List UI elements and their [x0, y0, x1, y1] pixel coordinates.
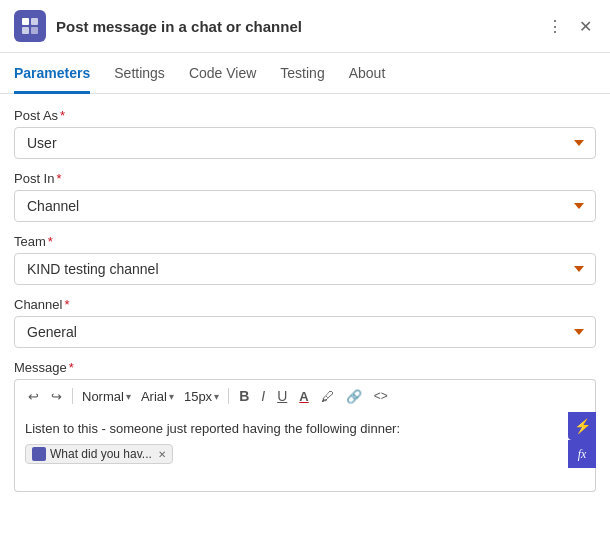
svg-rect-2 — [22, 27, 29, 34]
channel-label: Channel* — [14, 297, 596, 312]
undo-button[interactable]: ↩ — [23, 386, 44, 407]
editor-wrapper: Listen to this - someone just reported h… — [14, 412, 596, 492]
page-title: Post message in a chat or channel — [56, 18, 543, 35]
bold-button[interactable]: B — [234, 385, 254, 407]
chip-close-button[interactable]: ✕ — [158, 449, 166, 460]
side-buttons: ⚡ fx — [568, 412, 596, 468]
app-icon — [14, 10, 46, 42]
post-as-field: Post As* User Bot — [14, 108, 596, 159]
tab-codeview[interactable]: Code View — [189, 53, 256, 94]
italic-button[interactable]: I — [256, 385, 270, 407]
title-bar: Post message in a chat or channel ⋮ ✕ — [0, 0, 610, 53]
message-editor[interactable]: Listen to this - someone just reported h… — [14, 412, 596, 492]
tab-about[interactable]: About — [349, 53, 386, 94]
link-button[interactable]: 🔗 — [341, 386, 367, 407]
highlight-button[interactable]: 🖊 — [316, 386, 339, 407]
code-button[interactable]: <> — [369, 386, 393, 406]
tab-parameters[interactable]: Parameters — [14, 53, 90, 94]
svg-rect-0 — [22, 18, 29, 25]
team-label: Team* — [14, 234, 596, 249]
redo-button[interactable]: ↪ — [46, 386, 67, 407]
font-color-button[interactable]: A — [294, 386, 313, 407]
post-in-select[interactable]: Channel Chat — [14, 190, 596, 222]
svg-rect-3 — [31, 27, 38, 34]
fx-button[interactable]: fx — [568, 440, 596, 468]
font-dropdown[interactable]: Arial ▾ — [137, 386, 178, 407]
team-field: Team* KIND testing channel — [14, 234, 596, 285]
team-select[interactable]: KIND testing channel — [14, 253, 596, 285]
style-dropdown[interactable]: Normal ▾ — [78, 386, 135, 407]
message-field: Message* ↩ ↪ Normal ▾ Arial ▾ 15px ▾ B I — [14, 360, 596, 492]
post-in-field: Post In* Channel Chat — [14, 171, 596, 222]
channel-field: Channel* General — [14, 297, 596, 348]
message-toolbar: ↩ ↪ Normal ▾ Arial ▾ 15px ▾ B I U A 🖊 🔗 — [14, 379, 596, 412]
svg-rect-1 — [31, 18, 38, 25]
message-text: Listen to this - someone just reported h… — [25, 420, 585, 438]
more-options-button[interactable]: ⋮ — [543, 15, 567, 38]
chip-icon — [32, 447, 46, 461]
chip-label: What did you hav... — [50, 447, 152, 461]
content-area: Post As* User Bot Post In* Channel Chat … — [0, 94, 610, 545]
underline-button[interactable]: U — [272, 385, 292, 407]
close-button[interactable]: ✕ — [575, 15, 596, 38]
channel-select[interactable]: General — [14, 316, 596, 348]
message-label: Message* — [14, 360, 596, 375]
lightning-button[interactable]: ⚡ — [568, 412, 596, 440]
toolbar-divider-1 — [72, 388, 73, 404]
post-as-select[interactable]: User Bot — [14, 127, 596, 159]
tabs-bar: Parameters Settings Code View Testing Ab… — [0, 53, 610, 94]
fontsize-dropdown[interactable]: 15px ▾ — [180, 386, 223, 407]
post-as-label: Post As* — [14, 108, 596, 123]
message-chip: What did you hav... ✕ — [25, 444, 173, 464]
toolbar-divider-2 — [228, 388, 229, 404]
tab-settings[interactable]: Settings — [114, 53, 165, 94]
post-in-label: Post In* — [14, 171, 596, 186]
tab-testing[interactable]: Testing — [280, 53, 324, 94]
